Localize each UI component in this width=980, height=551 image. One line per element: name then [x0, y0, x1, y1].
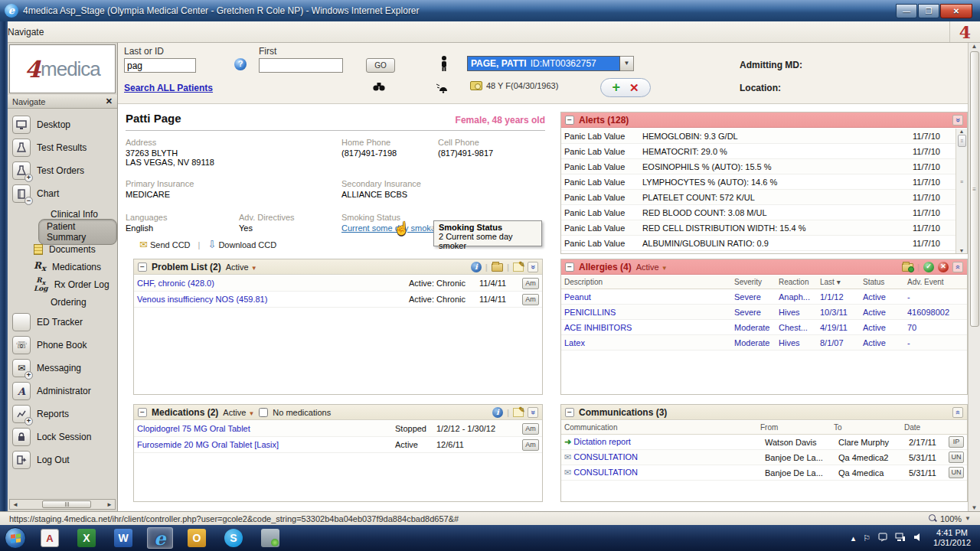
smoking-status-link[interactable]: Current some day smoker: [341, 223, 439, 233]
alerts-scrollbar[interactable]: ▲ ≡ ≡ ▼: [956, 129, 967, 253]
taskbar-app[interactable]: [257, 527, 283, 549]
sidebar-item-reports[interactable]: + Reports: [12, 403, 117, 425]
problem-row[interactable]: Venous insufficiency NOS (459.81) Active…: [134, 292, 542, 308]
sidebar-item-test-orders[interactable]: + Test Orders: [12, 159, 117, 182]
edit-icon[interactable]: [513, 262, 524, 272]
tray-expand-icon[interactable]: ▴: [851, 533, 856, 543]
sidebar-item-messaging[interactable]: ✉+ Messaging: [12, 357, 117, 380]
col-communication[interactable]: Communication: [564, 423, 760, 432]
alert-row[interactable]: Panic Lab ValueHEMOGLOBIN: 9.3 G/DL11/7/…: [561, 129, 956, 144]
close-button[interactable]: ✕: [940, 4, 972, 18]
col-date[interactable]: Date: [904, 423, 944, 432]
allergy-filter-dropdown[interactable]: Active ▼: [636, 262, 668, 272]
taskbar-excel[interactable]: X: [74, 527, 100, 549]
tray-flag-icon[interactable]: ⚐: [863, 533, 871, 543]
menu-navigate[interactable]: Navigate: [0, 27, 51, 37]
allergy-row[interactable]: ACE INHIBITORS Moderate Chest... 4/19/11…: [561, 320, 967, 335]
tray-volume-icon[interactable]: [913, 533, 923, 543]
page-scrollbar[interactable]: ▲ ≡ ▼: [968, 43, 980, 511]
collapse-icon[interactable]: −: [138, 408, 147, 417]
medication-link[interactable]: Furosemide 20 MG Oral Tablet [Lasix]: [137, 440, 395, 449]
minimize-button[interactable]: —: [896, 4, 917, 18]
sidebar-item-ed-tracker[interactable]: ED Tracker: [12, 311, 117, 334]
problem-filter-dropdown[interactable]: Active ▼: [226, 262, 257, 272]
go-button[interactable]: GO: [366, 58, 395, 73]
search-all-patients-link[interactable]: Search ALL Patients: [124, 83, 213, 93]
amend-button[interactable]: Am: [522, 294, 539, 305]
alert-row[interactable]: Panic Lab ValueRED BLOOD COUNT: 3.08 M/U…: [561, 205, 956, 220]
visit-alert-icon[interactable]: [435, 81, 449, 96]
sidebar-item-lock-session[interactable]: Lock Session: [12, 425, 117, 448]
allergy-link[interactable]: Peanut: [564, 292, 734, 302]
add-patient-icon[interactable]: +: [612, 80, 620, 96]
amend-button[interactable]: Am: [522, 439, 539, 451]
no-medications-checkbox[interactable]: [259, 408, 268, 417]
deny-icon[interactable]: ✕: [938, 262, 949, 272]
col-description[interactable]: Description: [564, 278, 734, 286]
sidebar-horizontal-scrollbar[interactable]: ◄ ►: [9, 499, 116, 510]
allergy-link[interactable]: Latex: [564, 338, 734, 347]
scroll-down-icon[interactable]: ▼: [959, 248, 965, 253]
send-ccd-button[interactable]: ✉ Send CCD: [139, 239, 191, 250]
start-button[interactable]: [5, 527, 26, 549]
info-icon[interactable]: i: [471, 262, 482, 272]
expand-all-icon[interactable]: »: [528, 407, 538, 418]
tray-network-icon[interactable]: [895, 533, 906, 543]
amend-button[interactable]: Am: [522, 278, 539, 289]
col-adv-event[interactable]: Adv. Event: [907, 278, 964, 286]
scroll-up-icon[interactable]: ▲: [972, 43, 978, 50]
problem-row[interactable]: CHF, chronic (428.0) Active: Chronic 11/…: [134, 276, 542, 292]
sidebar-item-ordering[interactable]: Ordering: [12, 293, 117, 311]
zoom-control[interactable]: 100% ▼: [929, 514, 971, 523]
scrollbar-thumb[interactable]: [42, 500, 91, 508]
alert-row[interactable]: Panic Lab ValueEOSINOPHILS % (AUTO): 15.…: [561, 159, 956, 174]
communication-row[interactable]: ✉ CONSULTATION Banjoe De La... Qa 4medic…: [561, 465, 967, 481]
sidebar-item-administrator[interactable]: A Administrator: [12, 380, 117, 403]
allergy-row[interactable]: Latex Moderate Hives 8/1/07 Active -: [561, 335, 967, 350]
sidebar-item-medications[interactable]: Rx Medications: [12, 258, 117, 276]
info-icon[interactable]: i: [492, 407, 503, 418]
alert-row[interactable]: Panic Lab ValueALBUMIN/GLOBULIN RATIO: 0…: [561, 236, 956, 251]
scroll-up-icon[interactable]: ▲: [959, 129, 965, 134]
alert-row[interactable]: Panic Lab ValueRED CELL DISTRIBUTION WID…: [561, 220, 956, 236]
first-name-input[interactable]: [259, 58, 343, 73]
patient-selector[interactable]: PAGE, PATTI ID:MT00362757 ▼: [467, 56, 634, 71]
sidebar-item-log-out[interactable]: Log Out: [12, 448, 117, 471]
confirm-icon[interactable]: ✓: [923, 262, 934, 272]
col-status[interactable]: Status: [863, 278, 907, 286]
medication-row[interactable]: Clopidogrel 75 MG Oral Tablet Stopped 1/…: [134, 421, 542, 437]
scrollbar-thumb[interactable]: ≡: [958, 135, 966, 147]
collapse-icon[interactable]: −: [565, 262, 574, 272]
binoculars-icon[interactable]: [372, 81, 386, 95]
allergy-row[interactable]: PENICILLINS Severe Hives 10/3/11 Active …: [561, 305, 967, 320]
col-severity[interactable]: Severity: [734, 278, 779, 286]
expand-all-icon[interactable]: »: [952, 115, 963, 126]
scroll-left-icon[interactable]: ◄: [10, 501, 21, 508]
problem-link[interactable]: CHF, chronic (428.0): [137, 279, 409, 288]
communication-link[interactable]: CONSULTATION: [573, 468, 638, 477]
taskbar-skype[interactable]: S: [220, 527, 247, 549]
medication-filter-dropdown[interactable]: Active ▼: [223, 408, 254, 417]
taskbar-clock[interactable]: 4:41 PM 1/31/2012: [933, 528, 971, 548]
col-reaction[interactable]: Reaction: [779, 278, 820, 286]
sidebar-item-phone-book[interactable]: ☏ Phone Book: [12, 334, 117, 357]
sidebar-item-test-results[interactable]: Test Results: [12, 136, 117, 159]
amend-button[interactable]: Am: [522, 423, 539, 435]
remove-patient-icon[interactable]: ✕: [629, 81, 639, 95]
communication-row[interactable]: ✉ CONSULTATION Banjoe De La... Qa 4medic…: [561, 450, 967, 465]
collapse-all-icon[interactable]: »: [952, 262, 963, 272]
alert-row[interactable]: Panic Lab ValueHEMATOCRIT: 29.0 %11/7/10: [561, 144, 956, 159]
communication-link[interactable]: CONSULTATION: [573, 452, 638, 461]
maximize-button[interactable]: ❐: [918, 4, 939, 18]
collapse-icon[interactable]: −: [138, 262, 147, 272]
scrollbar-thumb[interactable]: ≡: [970, 51, 979, 327]
photo-icon[interactable]: [470, 81, 482, 90]
folder-icon[interactable]: [492, 263, 503, 272]
communication-row[interactable]: ➜ Dictation report Watson Davis Clare Mu…: [561, 435, 967, 450]
taskbar-wordpad[interactable]: A: [37, 527, 63, 549]
scroll-right-icon[interactable]: ►: [104, 501, 115, 508]
problem-link[interactable]: Venous insufficiency NOS (459.81): [137, 295, 409, 304]
allergy-link[interactable]: PENICILLINS: [564, 308, 734, 317]
medication-row[interactable]: Furosemide 20 MG Oral Tablet [Lasix] Act…: [134, 437, 542, 453]
communication-link[interactable]: Dictation report: [573, 437, 631, 446]
